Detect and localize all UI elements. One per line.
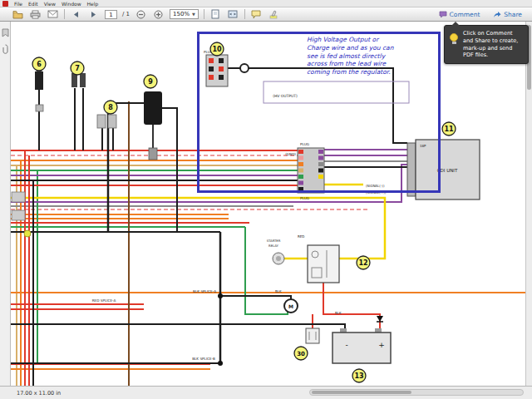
red-wire-label: RED xyxy=(298,234,304,239)
zoom-out-icon[interactable] xyxy=(135,9,147,20)
highlighter-icon[interactable] xyxy=(268,9,280,20)
acrobat-window: File Edit View Window Help 1 / 1 xyxy=(0,0,532,399)
comment-button[interactable]: Comment xyxy=(439,11,480,18)
callout-12: 12 xyxy=(358,259,367,267)
page-number-input[interactable]: 1 xyxy=(105,10,117,19)
status-bar: 17.00 x 11.00 in xyxy=(0,386,532,399)
bookmarks-panel-icon[interactable] xyxy=(2,28,9,37)
menu-bar: File Edit View Window Help xyxy=(0,0,532,7)
horizontal-scrollbar[interactable] xyxy=(309,389,524,396)
toolbar-divider xyxy=(244,9,245,19)
fuse-block xyxy=(306,328,319,343)
share-button[interactable]: Share xyxy=(493,11,522,18)
menu-view[interactable]: View xyxy=(44,1,56,7)
tooltip-text: Click on Comment and Share to create, ma… xyxy=(463,30,518,58)
fit-width-icon[interactable] xyxy=(227,9,239,20)
attachments-panel-icon[interactable] xyxy=(2,44,9,54)
zoom-level-select[interactable]: 150% ▼ xyxy=(170,9,199,19)
motor-label: M xyxy=(288,303,293,309)
red-splice-label: RED SPLICE-A xyxy=(92,298,116,303)
battery-neg-label: - xyxy=(345,341,347,349)
blk-wire-label2: BLK xyxy=(275,289,282,293)
left-connector xyxy=(12,192,25,202)
left-connector xyxy=(12,210,25,220)
splice-a-dot xyxy=(218,293,223,298)
coach-mark-tooltip: Click on Comment and Share to create, ma… xyxy=(444,25,529,64)
callout-8: 8 xyxy=(108,104,113,111)
callout-6: 6 xyxy=(37,61,42,68)
document-size-label: 17.00 x 11.00 in xyxy=(17,390,61,397)
callout-30: 30 xyxy=(297,351,305,357)
menu-file[interactable]: File xyxy=(14,1,22,7)
handlebar-switch xyxy=(71,73,86,87)
document-canvas: PLUG (HV OUTPUT) PLUG (GND) PLUG (SIGNAL… xyxy=(11,22,525,386)
print-icon[interactable] xyxy=(29,9,42,20)
previous-page-icon[interactable] xyxy=(70,9,82,20)
callout-7: 7 xyxy=(75,65,80,72)
comment-label: Comment xyxy=(450,11,480,18)
menu-window[interactable]: Window xyxy=(62,1,81,7)
callout-13: 13 xyxy=(354,372,363,380)
menu-edit[interactable]: Edit xyxy=(28,1,38,7)
blk-wire-label: BLK xyxy=(335,311,342,315)
splice-marker xyxy=(24,230,31,237)
throttle-control xyxy=(35,66,43,111)
splice-a-label: BLK SPLICE-A xyxy=(193,289,216,293)
email-icon[interactable] xyxy=(47,9,59,20)
splice-b-label: BLK SPLICE-B xyxy=(192,357,215,361)
share-label: Share xyxy=(504,11,522,18)
vertical-scrollbar[interactable] xyxy=(525,22,532,386)
diode xyxy=(377,316,383,322)
open-file-icon[interactable] xyxy=(12,9,24,20)
wires-green xyxy=(11,170,298,362)
share-arrow-icon xyxy=(493,11,501,18)
battery-pos-label: + xyxy=(378,341,385,349)
round-connector xyxy=(273,253,284,264)
lightbulb-icon xyxy=(450,33,458,44)
callout-9: 9 xyxy=(148,78,153,86)
comment-bubble-icon xyxy=(439,11,447,18)
zoom-in-icon[interactable] xyxy=(152,9,165,20)
starter-relay-label: STARTER xyxy=(267,239,281,243)
callout-11: 11 xyxy=(444,126,454,133)
annotation-text[interactable]: High Voltage Output or Charge wire and a… xyxy=(307,36,395,76)
zoom-level-value: 150% xyxy=(173,11,190,17)
menu-help[interactable]: Help xyxy=(87,1,99,7)
horizontal-scrollbar-thumb[interactable] xyxy=(312,391,411,394)
starter-relay-label2: RELAY xyxy=(268,244,279,248)
next-page-icon[interactable] xyxy=(87,9,100,20)
ignition-coil xyxy=(144,91,162,160)
navigation-sidebar xyxy=(0,22,11,386)
chevron-down-icon: ▼ xyxy=(192,12,195,17)
starter-relay xyxy=(308,245,339,283)
fit-page-icon[interactable] xyxy=(209,9,222,20)
connector-pair xyxy=(97,115,116,128)
page-count-label: / 1 xyxy=(122,11,130,17)
splice-b-dot xyxy=(218,361,223,366)
toolbar-divider xyxy=(64,9,65,19)
main-toolbar: 1 / 1 150% ▼ Comment xyxy=(0,7,532,22)
app-logo-icon xyxy=(2,1,8,7)
toolbar-divider xyxy=(204,9,204,19)
plug-label: PLUG xyxy=(300,196,309,200)
sticky-note-icon[interactable] xyxy=(250,9,263,20)
